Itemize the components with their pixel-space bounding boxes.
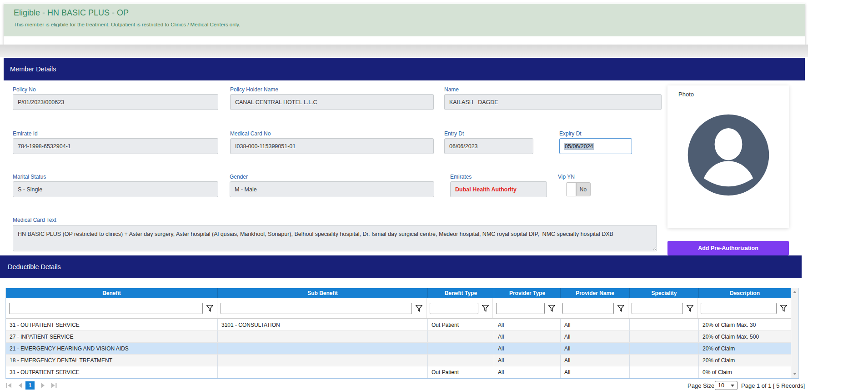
photo-label: Photo — [678, 91, 694, 98]
column-header-provider-type[interactable]: Provider Type — [494, 288, 560, 298]
vip-yn-toggle[interactable]: No — [566, 182, 591, 196]
filter-funnel-icon[interactable] — [617, 305, 625, 312]
filter-input-benefit-type[interactable] — [430, 303, 478, 314]
table-row[interactable]: 27 - INPATIENT SERVICE All All 20% of Cl… — [6, 330, 798, 342]
medical-card-text-label: Medical Card Text — [13, 217, 56, 223]
cell-sub-benefit: 3101 - CONSULTATION — [217, 319, 427, 330]
cell-provider-type: All — [494, 319, 560, 330]
scroll-up-icon[interactable] — [791, 288, 798, 296]
eligibility-banner: Eligible - HN BASIC PLUS - OP This membe… — [4, 4, 805, 36]
page: { "banner": { "title": "Eligible - HN BA… — [0, 0, 868, 390]
member-details-header: Member Details — [4, 58, 805, 80]
filter-funnel-icon[interactable] — [548, 305, 556, 312]
column-header-description[interactable]: Description — [698, 288, 791, 298]
expiry-dt-selected-text: 05/06/2024 — [564, 143, 594, 150]
column-header-sub-benefit[interactable]: Sub Benefit — [217, 288, 427, 298]
cell-sub-benefit — [217, 355, 427, 366]
filter-input-sub-benefit[interactable] — [221, 303, 412, 314]
gender-field[interactable] — [230, 181, 434, 197]
cell-provider-type: All — [494, 331, 560, 342]
cell-speciality — [629, 343, 698, 354]
expiry-dt-label: Expiry Dt — [559, 130, 582, 137]
table-filter-row — [6, 298, 798, 319]
cell-provider-name: All — [560, 343, 629, 354]
column-header-benefit-type[interactable]: Benefit Type — [427, 288, 494, 298]
photo-card: Photo — [667, 85, 789, 228]
cell-description: 20% of Claim Max. 500 — [698, 331, 791, 342]
cell-benefit: 18 - EMERGENCY DENTAL TREATMENT — [6, 355, 217, 366]
filter-input-benefit[interactable] — [9, 303, 203, 314]
table-row-selected[interactable]: 21 - EMERGENCY HEARING AND VISION AIDS A… — [6, 342, 798, 354]
page-size-select[interactable]: 10 — [715, 381, 738, 390]
table-row[interactable]: 31 - OUTPATIENT SERVICE 3101 - CONSULTAT… — [6, 319, 798, 330]
entry-dt-field[interactable] — [444, 138, 533, 154]
page-size-label: Page Size: — [687, 382, 716, 389]
deductible-details-title: Deductible Details — [8, 263, 61, 270]
add-pre-authorization-button[interactable]: Add Pre-Authorization — [667, 241, 789, 255]
filter-funnel-icon[interactable] — [780, 305, 788, 312]
cell-description: 20% of Claim Max. 30 — [698, 319, 791, 330]
filter-cell-speciality — [628, 298, 697, 318]
filter-funnel-icon[interactable] — [206, 305, 214, 312]
eligibility-banner-card: Eligible - HN BASIC PLUS - OP This membe… — [4, 3, 805, 45]
column-header-speciality[interactable]: Speciality — [629, 288, 698, 298]
filter-funnel-icon[interactable] — [415, 305, 423, 312]
cell-provider-name: All — [560, 331, 629, 342]
pagination-first-icon[interactable] — [6, 383, 12, 388]
pagination-current-page[interactable]: 1 — [25, 381, 35, 390]
cell-speciality — [629, 355, 698, 366]
cell-benefit-type: Out Patient — [427, 366, 494, 378]
filter-funnel-icon[interactable] — [686, 305, 694, 312]
section-divider — [0, 45, 808, 57]
cell-sub-benefit — [217, 331, 427, 342]
column-header-provider-name[interactable]: Provider Name — [560, 288, 629, 298]
vip-yn-label: Vip YN — [558, 174, 575, 180]
filter-cell-provider-type — [492, 298, 559, 318]
cell-provider-name: All — [560, 319, 629, 330]
emirate-id-field[interactable] — [13, 138, 218, 154]
page-size-value: 10 — [718, 382, 724, 389]
table-scrollbar[interactable] — [791, 288, 798, 378]
cell-benefit-type — [427, 355, 494, 366]
cell-description: 20% of Claim — [698, 355, 791, 366]
pagination-next-icon[interactable] — [40, 383, 46, 388]
cell-benefit-type: Out Patient — [427, 319, 494, 330]
pagination-previous-icon[interactable] — [17, 383, 23, 388]
cell-benefit-type — [427, 343, 494, 354]
cell-description: 20% of Claim — [698, 343, 791, 354]
filter-input-speciality[interactable] — [632, 303, 683, 314]
cell-provider-type: All — [494, 343, 560, 354]
filter-funnel-icon[interactable] — [482, 305, 489, 312]
medical-card-text-field[interactable]: HN BASIC PLUS (OP restricted to clinics)… — [13, 225, 657, 251]
cell-provider-type: All — [494, 366, 560, 378]
cell-sub-benefit — [217, 366, 427, 378]
cell-benefit: 21 - EMERGENCY HEARING AND VISION AIDS — [6, 343, 217, 354]
toggle-knob — [567, 183, 576, 196]
policy-holder-name-field[interactable] — [230, 94, 434, 110]
marital-status-field[interactable] — [13, 181, 218, 197]
cell-benefit-type — [427, 331, 494, 342]
medical-card-no-label: Medical Card No — [230, 130, 271, 137]
expiry-dt-field[interactable]: 05/06/2024 — [559, 138, 632, 154]
cell-description: 0% of Claim — [698, 366, 791, 378]
table-header-row: Benefit Sub Benefit Benefit Type Provide… — [6, 288, 798, 298]
table-row[interactable]: 31 - OUTPATIENT SERVICE Out Patient All … — [6, 366, 798, 378]
filter-cell-sub-benefit — [217, 298, 426, 318]
deductible-details-header: Deductible Details — [0, 255, 802, 278]
cell-speciality — [629, 366, 698, 378]
cell-provider-type: All — [494, 355, 560, 366]
medical-card-no-field[interactable] — [230, 138, 434, 154]
pagination-last-icon[interactable] — [51, 383, 57, 388]
scroll-down-icon[interactable] — [791, 370, 798, 378]
emirates-field[interactable] — [450, 181, 547, 197]
cell-benefit: 31 - OUTPATIENT SERVICE — [6, 366, 217, 378]
gender-label: Gender — [230, 174, 248, 180]
filter-input-provider-type[interactable] — [496, 303, 545, 314]
vip-yn-value: No — [576, 183, 590, 196]
policy-no-field[interactable] — [13, 94, 218, 110]
column-header-benefit[interactable]: Benefit — [6, 288, 217, 298]
filter-input-description[interactable] — [701, 303, 777, 314]
name-field[interactable] — [444, 94, 662, 110]
table-row[interactable]: 18 - EMERGENCY DENTAL TREATMENT All All … — [6, 354, 798, 366]
filter-input-provider-name[interactable] — [562, 303, 614, 314]
